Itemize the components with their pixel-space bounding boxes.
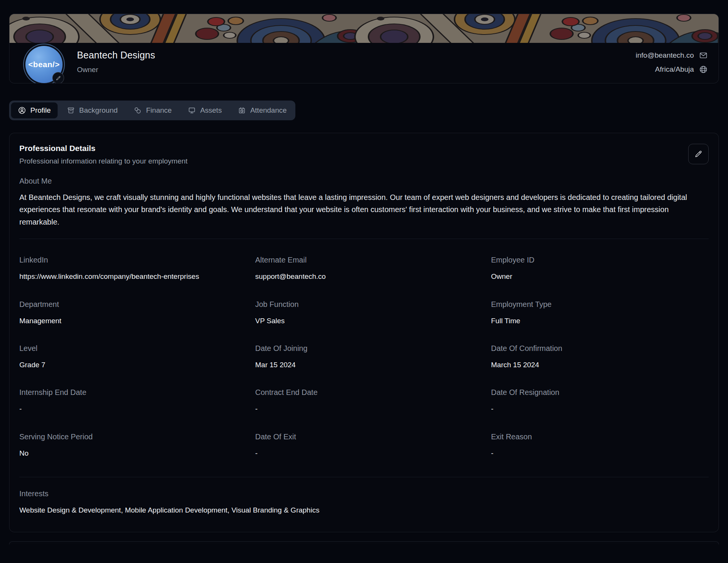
avatar-logo-text: <bean/> (28, 60, 60, 69)
pencil-icon (694, 150, 703, 158)
field-cell: Date Of Resignation - (491, 388, 709, 414)
timezone-text: Africa/Abuja (655, 65, 694, 74)
next-section-card (9, 541, 719, 544)
field-cell: Employee ID Owner (491, 256, 709, 282)
tab-label: Assets (200, 106, 222, 115)
field-cell: Serving Notice Period No (19, 432, 237, 459)
field-label: Employment Type (491, 300, 709, 309)
field-cell: Date Of Confirmation March 15 2024 (491, 344, 709, 370)
divider (19, 477, 709, 477)
field-label: Department (19, 300, 237, 309)
about-me-label: About Me (19, 177, 709, 186)
field-value: support@beantech.co (255, 271, 473, 282)
field-value: Mar 15 2024 (255, 359, 473, 370)
email-text: info@beantech.co (636, 51, 694, 60)
about-me-text: At Beantech Designs, we craft visually s… (19, 191, 709, 228)
field-value: Website Design & Development, Mobile App… (19, 505, 709, 516)
archive-icon (67, 106, 75, 115)
field-cell: Exit Reason - (491, 432, 709, 459)
avatar-edit-button[interactable] (52, 72, 64, 83)
profile-header-card: <bean/> Beantech Designs Owner info@bean… (9, 14, 719, 83)
field-cell: Department Management (19, 300, 237, 326)
field-value: - (255, 403, 473, 414)
mail-icon (699, 51, 708, 60)
field-cell: Date Of Joining Mar 15 2024 (255, 344, 473, 370)
field-value: Management (19, 315, 237, 326)
tab-assets[interactable]: Assets (181, 102, 229, 118)
field-value: - (491, 448, 709, 459)
tab-background[interactable]: Background (60, 102, 124, 118)
card-title: Professional Details (19, 144, 188, 153)
tab-label: Profile (30, 106, 51, 115)
field-value: - (491, 403, 709, 414)
field-label: Alternate Email (255, 256, 473, 264)
professional-details-card: Professional Details Professional inform… (9, 133, 719, 532)
field-label: Exit Reason (491, 432, 709, 441)
monitor-icon (188, 106, 196, 115)
banner-image (9, 14, 719, 43)
field-value: Grade 7 (19, 359, 237, 370)
email-row: info@beantech.co (636, 51, 708, 60)
field-label: Date Of Resignation (491, 388, 709, 397)
field-cell: Employment Type Full Time (491, 300, 709, 326)
field-cell: Internship End Date - (19, 388, 237, 414)
timezone-row: Africa/Abuja (655, 65, 708, 74)
profile-tabbar: Profile Background Finance Assets Attend… (9, 101, 295, 120)
avatar[interactable]: <bean/> (25, 46, 63, 83)
field-label: Internship End Date (19, 388, 237, 397)
field-cell: Job Function VP Sales (255, 300, 473, 326)
field-label: Level (19, 344, 237, 353)
field-label: Contract End Date (255, 388, 473, 397)
edit-professional-details-button[interactable] (688, 144, 709, 164)
fields-grid: LinkedIn https://www.linkedin.com/compan… (19, 256, 709, 459)
tab-label: Background (79, 106, 118, 115)
field-value: - (255, 448, 473, 459)
interests-field: Interests Website Design & Development, … (19, 489, 709, 516)
field-label: Employee ID (491, 256, 709, 264)
globe-icon (699, 65, 708, 74)
field-cell: Level Grade 7 (19, 344, 237, 370)
field-label: Date Of Exit (255, 432, 473, 441)
field-cell: LinkedIn https://www.linkedin.com/compan… (19, 256, 237, 282)
field-cell: Date Of Exit - (255, 432, 473, 459)
field-cell: Contract End Date - (255, 388, 473, 414)
header-identity: Beantech Designs Owner (77, 50, 155, 74)
field-label: Serving Notice Period (19, 432, 237, 441)
field-value: March 15 2024 (491, 359, 709, 370)
divider (19, 239, 709, 239)
field-label: Job Function (255, 300, 473, 309)
card-subtitle: Professional information relating to you… (19, 157, 188, 165)
tab-label: Finance (146, 106, 172, 115)
field-value: No (19, 448, 237, 459)
calendar-clock-icon (238, 106, 246, 115)
pencil-icon (56, 75, 61, 81)
card-heading: Professional Details Professional inform… (19, 144, 188, 165)
coins-icon (133, 106, 142, 115)
field-value: Full Time (491, 315, 709, 326)
tab-finance[interactable]: Finance (127, 102, 179, 118)
field-value: Owner (491, 271, 709, 282)
field-label: Date Of Joining (255, 344, 473, 353)
field-value: - (19, 403, 237, 414)
tab-label: Attendance (250, 106, 287, 115)
user-circle-icon (18, 106, 26, 115)
field-label: LinkedIn (19, 256, 237, 264)
field-label: Interests (19, 489, 709, 498)
field-label: Date Of Confirmation (491, 344, 709, 353)
tab-profile[interactable]: Profile (11, 102, 58, 118)
field-value: https://www.linkedin.com/company/beantec… (19, 271, 237, 282)
tab-attendance[interactable]: Attendance (231, 102, 293, 118)
company-role: Owner (77, 66, 155, 74)
field-cell: Alternate Email support@beantech.co (255, 256, 473, 282)
company-name: Beantech Designs (77, 50, 155, 61)
field-value: VP Sales (255, 315, 473, 326)
